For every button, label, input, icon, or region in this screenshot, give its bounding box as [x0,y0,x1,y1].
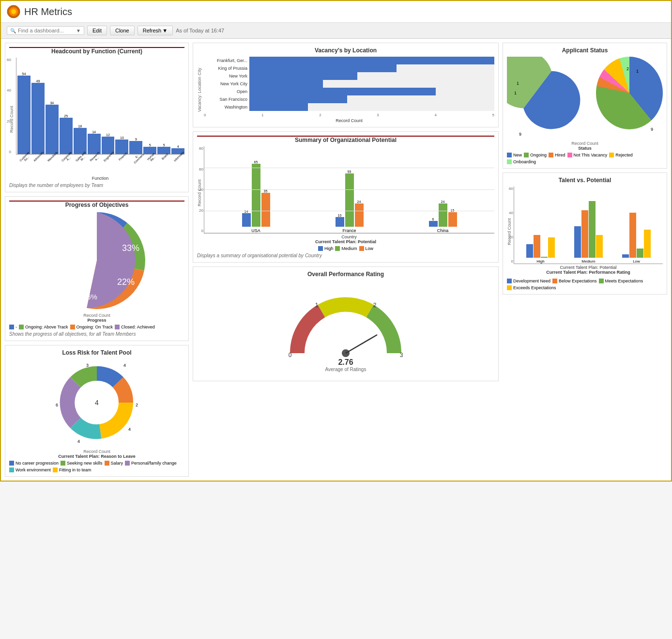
timestamp: As of Today at 16:47 [176,28,224,33]
vacancy-bar-wash [249,103,494,111]
vacancy-row-ny: New York [204,72,494,80]
edit-button[interactable]: Edit [87,26,107,35]
vacancy-bar-sf [249,95,494,103]
vacancy-bar-kop [249,64,494,72]
org-france-medium: 55 [345,170,354,227]
talent-potential-title: Talent vs. Potential [507,177,663,184]
gauge-svg: 0 1 2 3 [278,285,413,363]
refresh-dropdown-arrow[interactable]: ▼ [162,28,168,33]
talent-low-label: Low [633,259,640,264]
org-potential-axis-label: Current Talent Plan: Potential [197,239,494,244]
org-usa-label: USA [251,228,260,233]
vacancy-fill-kop [249,64,397,72]
vacancies-x-ticks: 012345 [204,113,494,117]
legend-above-track: Ongoing: Above Track [19,325,68,329]
objectives-widget: Progress of Objectives 39% 33% 22% 6% [5,196,189,341]
vacancy-label-wash: Washington [204,105,247,109]
gauge-avg-label: Average of Ratings [325,367,367,372]
talent-bars-area: 6040200 High [514,187,663,264]
legend-above-track-label: Ongoing: Above Track [25,325,68,329]
org-x-label: Country [204,234,494,239]
org-bars-area: 806040200 [204,146,494,234]
talent-low-group: Low [622,213,651,264]
vacancy-bar-frankfurt [249,57,494,64]
talent-medium-meets [589,201,596,258]
headcount-bars: 6040200 54 49 [16,58,184,155]
performance-widget: Overall Performance Rating 0 1 2 3 [193,266,499,381]
label-not-vac-1: 1 [517,81,519,86]
vacancy-bar-open [249,88,494,95]
legend-personal-color [125,461,130,466]
search-icon: 🔍 [10,28,16,33]
legend-personal: Personal/family change [125,461,177,466]
org-potential-title: Summary of Organizational Potential [197,137,494,143]
headcount-x-label: Function [16,176,184,181]
talent-medium-exceeds [596,235,603,258]
org-legend-low: Low [359,246,374,251]
loss-risk-svg: 4 [53,359,140,446]
svg-line-14 [346,335,377,353]
vacancy-label-frankfurt: Frankfurt, Ger... [204,58,247,63]
talent-high-label: High [536,259,544,264]
bar-customer-su-fill [17,76,31,154]
bar-corp: 25 [60,114,73,154]
talent-high-bars [526,235,555,258]
legend-work-env-label: Work environment [15,468,51,472]
org-france-bars: 10 55 24 [336,170,364,227]
label-new-9: 9 [651,127,653,132]
headcount-x-labels: Customer Su... Administratio... Manufact… [16,156,184,175]
legend-achieved: Closed: Achieved [115,325,155,329]
org-china: 6 24 15 [429,200,457,233]
headcount-y-ticks: 6040200 [7,58,11,154]
org-legend-high-label: High [324,246,334,251]
legend-fitting: Fitting in to team [53,468,92,472]
label-ongoing-9: 9 [519,132,521,137]
talent-perf-label: Current Talent Plan: Performance Rating [514,270,663,275]
talent-potential-widget: Talent vs. Potential Record Count 604020… [503,172,667,295]
org-france-label: France [342,228,356,233]
svg-text:4: 4 [95,399,99,406]
talent-x-label: Current Talent Plan: Potential [514,265,663,270]
objectives-record-count-label: Record Count [9,313,184,318]
legend-dash: - [9,325,17,329]
vacancy-label-sf: San Francisco [204,97,247,102]
clone-button[interactable]: Clone [110,26,135,35]
talent-legend-below-label: Below Expectations [559,279,597,283]
search-input[interactable] [18,28,76,33]
vacancy-bar-nyc [249,80,494,88]
refresh-button[interactable]: Refresh ▼ [137,26,173,35]
legend-personal-label: Personal/family change [131,461,177,466]
objectives-section: Progress of Objectives [9,201,184,208]
org-usa-bars: 14 65 35 [242,160,270,227]
search-dropdown-arrow[interactable]: ▼ [76,28,81,33]
org-china-low-bar [448,212,457,227]
vacancy-fill-frankfurt [249,57,494,64]
objectives-title: Progress of Objectives [9,202,184,208]
right-column: Applicant Status [503,43,667,477]
legend-not-vacancy-label: Not This Vacancy [574,153,608,157]
refresh-label: Refresh [143,28,162,33]
loss-risk-widget: Loss Risk for Talent Pool [5,345,189,477]
svg-text:0: 0 [289,352,292,358]
app-logo [7,5,20,18]
legend-new-color [507,153,512,157]
legend-work-env: Work environment [9,468,51,472]
headcount-widget: Headcount by Function (Current) Record C… [5,43,189,192]
org-usa-high-bar [242,213,251,227]
talent-legend-dev-color [507,279,512,283]
objectives-progress-label: Progress [9,318,184,323]
org-france: 10 55 24 [336,170,364,233]
vacancy-label-kop: King of Prussia [204,66,247,71]
gauge-value: 2.76 [338,358,353,367]
search-box[interactable]: 🔍 ▼ [7,26,84,35]
talent-medium-dev [574,226,581,258]
svg-text:33%: 33% [122,243,139,253]
talent-low-bars [622,213,651,258]
talent-legend-meets-color [599,279,604,283]
org-potential-subtitle: Displays a summary of organisational pot… [197,253,494,258]
legend-seeking-label: Seeking new skills [67,461,103,466]
legend-no-career: No career progression [9,461,59,466]
label-rejected-2: 2 [626,66,629,71]
org-usa-low-bar [261,193,270,227]
org-usa-medium: 65 [252,160,260,227]
